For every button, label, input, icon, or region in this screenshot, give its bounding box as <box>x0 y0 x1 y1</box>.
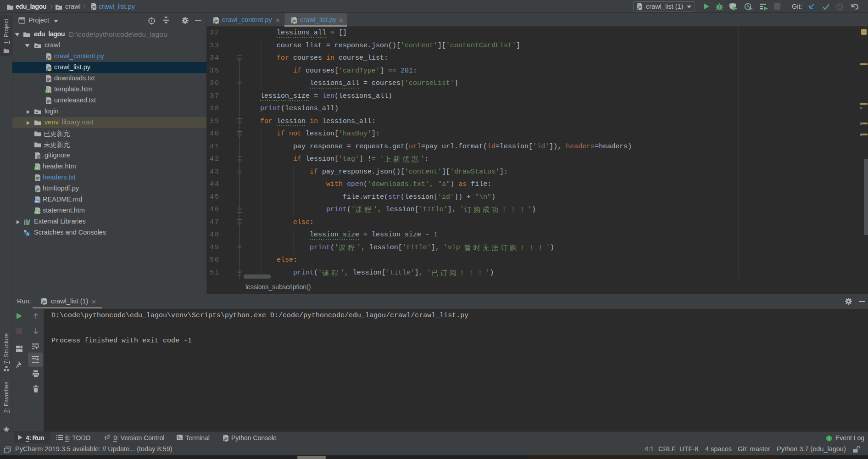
svg-text:MD: MD <box>35 200 39 203</box>
svg-text:H: H <box>35 211 38 214</box>
svg-text:H: H <box>46 90 49 93</box>
svg-text:1: 1 <box>828 437 830 441</box>
svg-text:H: H <box>35 167 38 170</box>
